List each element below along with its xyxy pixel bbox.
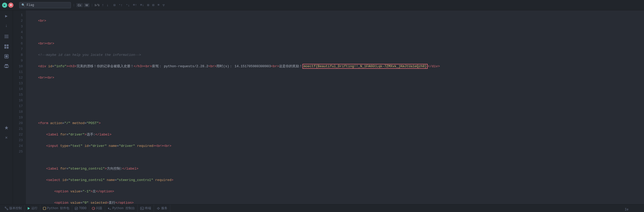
services-label: 服务 [161,206,167,210]
line-num-23: 23 [15,138,23,143]
line-num-14: 14 [15,86,23,92]
line-num-19: 19 [15,115,23,120]
search-icon: 🔍 [21,3,25,7]
svg-rect-3 [4,44,6,46]
code-line-2 [30,29,640,35]
status-python-console[interactable]: Python 控制台 [105,205,137,212]
sidebar-grid-icon[interactable] [2,42,11,51]
status-todo[interactable]: TODO [72,205,89,212]
toolbar-icon-2[interactable]: ⁺↑ [118,3,124,8]
line-num-11: 11 [15,69,23,75]
toolbar-icon-5[interactable]: ≡↓ [139,3,145,7]
line-num-3: 3 [15,24,23,29]
svg-rect-0 [4,35,9,35]
status-services[interactable]: 服务 [154,205,170,212]
svg-line-14 [5,208,8,209]
sidebar-pin-icon[interactable] [2,123,11,132]
code-line-1: <br> [30,18,640,24]
sidebar-down-icon[interactable]: ↓ [2,21,11,31]
svg-rect-2 [4,37,9,38]
toolbar-icon-4[interactable]: ≡↑ [132,3,138,7]
code-line-17: <option value="0" selected>直行</option> [30,200,640,204]
status-problems[interactable]: ! 问题 [89,205,105,212]
line-num-20: 20 [15,120,23,126]
nav-icons: ↑ ↓ [101,3,109,8]
code-line-7 [30,86,640,92]
sidebar-run-icon[interactable]: ▶ [2,11,11,21]
stop-button[interactable]: ■ [8,3,13,8]
separator2: | [91,4,93,7]
ie-label: Ie [625,208,628,211]
sidebar-box-icon[interactable] [2,52,11,61]
sidebar-list-icon[interactable] [2,32,11,41]
top-toolbar: ▶ ■ 🔍 | Cc W | 1/1 ↑ ↓ ⊡ ⁺↑ ⁺↓ ≡↑ ≡↓ ⊟ ⊟… [0,0,644,10]
svg-point-12 [5,207,6,208]
python-packages-label: Python 软件包 [47,206,69,210]
code-line-5: <div id="info"><h3>完美的漂移！你的记录会被载入史册！</h3… [30,64,640,69]
toolbar-icon-6[interactable]: ⊟ [146,3,150,8]
toolbar-icon-8[interactable]: ≡ [157,3,160,7]
problems-label: 问题 [96,206,102,210]
line-num-4: 4 [15,29,23,35]
line-num-16: 16 [15,98,23,103]
code-content[interactable]: <br> <br><br> <!--maybe id can help you … [26,10,644,204]
svg-rect-9 [5,64,8,65]
line-num-21: 21 [15,126,23,132]
match-count: 1/1 [94,4,100,7]
code-line-15: <select id="steering_control" name="stee… [30,177,640,183]
svg-point-24 [158,208,159,209]
status-python-packages[interactable]: Python 软件包 [40,205,72,212]
toolbar-icons: ⊡ ⁺↑ ⁺↓ ≡↑ ≡↓ ⊟ ⊟ ≡ ▽ [113,3,166,8]
line-num-25: 25 [15,149,23,155]
line-num-1: 1 [15,12,23,18]
code-line-11: <label for="driver">选手:</label> [30,132,640,138]
svg-rect-6 [7,47,9,49]
svg-text:!: ! [93,207,94,210]
line-num-7: 7 [15,47,23,52]
line-num-17: 17 [15,103,23,109]
run-button[interactable]: ▶ [2,3,7,8]
line-num-15: 15 [15,92,23,98]
sidebar-print-icon[interactable] [2,62,11,71]
status-run[interactable]: 运行 [25,205,40,212]
svg-marker-20 [108,207,109,209]
toolbar-icon-filter[interactable]: ▽ [162,3,165,8]
sidebar-close-icon[interactable]: ✕ [2,133,11,142]
status-bar: 版本控制 运行 Python 软件包 TODO ! 问题 Python 控制台 … [0,204,644,212]
svg-rect-5 [4,47,6,49]
w-button[interactable]: W [84,3,90,7]
line-num-18: 18 [15,109,23,115]
toolbar-icon-1[interactable]: ⊡ [113,3,116,8]
python-console-label: Python 控制台 [112,206,135,210]
status-terminal[interactable]: 终端 [138,205,154,212]
cc-button[interactable]: Cc [76,3,83,7]
line-num-2: 2 [15,18,23,24]
run-label: 运行 [31,206,38,210]
code-line-9 [30,109,640,115]
svg-rect-1 [4,36,9,37]
svg-rect-11 [5,67,8,68]
line-numbers: 1 2 3 4 5 6 7 8 9 10 11 12 13 14 15 16 1… [13,10,26,204]
svg-rect-16 [43,207,46,210]
svg-point-13 [7,209,8,210]
line-num-22: 22 [15,132,23,138]
code-line-8 [30,98,640,103]
code-line-16: <option value="-1">左</option> [30,189,640,194]
status-version-control[interactable]: 版本控制 [2,205,25,212]
flag-highlight: moectf{Beautiful_Drifting!!_N_1FA6GtLqk-… [302,64,428,69]
line-num-5: 5 [15,35,23,41]
svg-rect-8 [5,55,8,57]
line-num-9: 9 [15,58,23,64]
search-input[interactable] [27,3,58,7]
line-num-10: 10 [15,64,23,69]
toolbar-icon-7[interactable]: ⊟ [152,3,155,8]
toolbar-icon-3[interactable]: ⁺↓ [125,3,131,8]
left-sidebar: ▶ ↓ ✕ [0,10,13,204]
line-num-8: 8 [15,52,23,58]
code-line-6: <br><br> [30,75,640,81]
editor-area: 1 2 3 4 5 6 7 8 9 10 11 12 13 14 15 16 1… [13,10,644,204]
nav-down-icon[interactable]: ↓ [106,3,109,8]
version-control-label: 版本控制 [9,206,22,210]
nav-up-icon[interactable]: ↑ [101,3,104,8]
search-bar[interactable]: 🔍 [19,2,71,8]
